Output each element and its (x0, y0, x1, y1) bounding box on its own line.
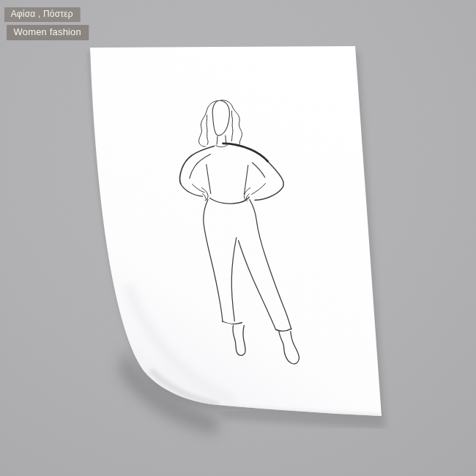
category-tag-greek-label: Αφίσα , Πόστερ (11, 9, 73, 19)
category-tag-greek: Αφίσα , Πόστερ (4, 7, 80, 22)
paper-sheet (90, 46, 382, 416)
poster-paper-graphic (0, 0, 476, 476)
poster-mockup-scene: Αφίσα , Πόστερ Women fashion (0, 0, 476, 476)
category-tag-women-fashion: Women fashion (7, 25, 89, 40)
category-tag-women-fashion-label: Women fashion (14, 26, 81, 37)
